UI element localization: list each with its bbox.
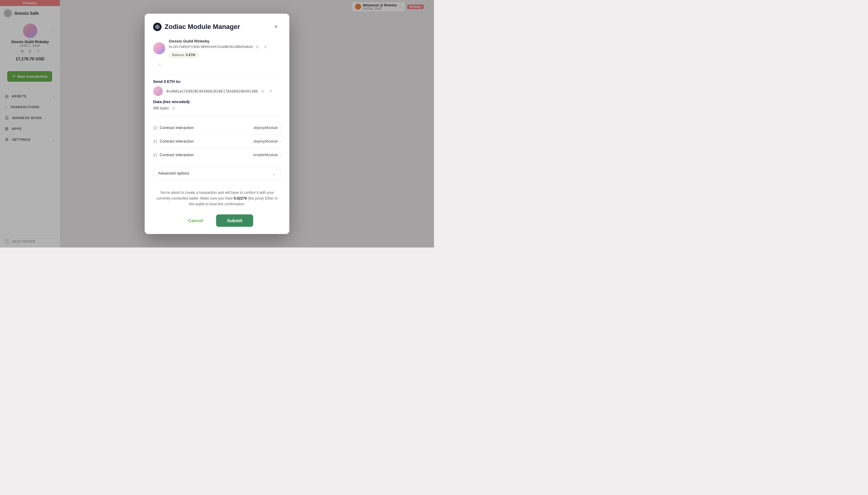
- contract-code-icon-0: ⟨/⟩: [153, 125, 157, 130]
- contract-right-1: deployModule ›: [254, 139, 281, 143]
- modal-header: Zodiac Module Manager ×: [153, 22, 281, 32]
- from-avatar: [153, 42, 165, 54]
- modal-title: Zodiac Module Manager: [164, 23, 240, 31]
- advanced-options-section: Advanced options ⌄: [153, 166, 281, 180]
- contract-action-2: enableModule: [253, 153, 278, 157]
- balance-label: Balance:: [172, 53, 185, 57]
- send-label: Send 0 ETH to:: [153, 79, 281, 84]
- modal-title-icon: [153, 23, 161, 31]
- from-info: Gnosis Guild Rinkeby 0x1017bB92F3368c9B9…: [169, 39, 281, 58]
- contract-right-0: deployModule ›: [254, 125, 281, 130]
- contract-row-0[interactable]: ⟨/⟩ Contract interaction deployModule ›: [153, 121, 281, 135]
- contract-row-1[interactable]: ⟨/⟩ Contract interaction deployModule ›: [153, 135, 281, 148]
- contract-left-2: ⟨/⟩ Contract interaction: [153, 153, 194, 157]
- contract-row-2[interactable]: ⟨/⟩ Contract interaction enableModule ›: [153, 148, 281, 161]
- section-divider: [153, 74, 281, 74]
- to-section: 0x40A2aCCbd92BCA938b02010E17A5b8929b4913…: [153, 86, 281, 96]
- from-address-row: 0x1017bB92F3368c9B99544531dd0D36CbB0A5AA…: [169, 44, 281, 50]
- advanced-options-toggle[interactable]: Advanced options ⌄: [153, 167, 281, 180]
- contract-chevron-2: ›: [280, 153, 281, 157]
- contract-label-1: Contract interaction: [160, 139, 194, 143]
- submit-button[interactable]: Submit: [216, 214, 253, 227]
- zodiac-modal: Zodiac Module Manager × Gnosis Guild Rin…: [145, 14, 289, 234]
- from-name: Gnosis Guild Rinkeby: [169, 39, 281, 44]
- contract-code-icon-1: ⟨/⟩: [153, 139, 157, 144]
- down-arrow-icon: ↓: [158, 62, 161, 67]
- balance-badge: Balance: 5 ETH: [169, 52, 198, 58]
- external-to-address-button[interactable]: ↗: [267, 88, 273, 95]
- advanced-options-chevron: ⌄: [272, 171, 276, 176]
- contract-code-icon-2: ⟨/⟩: [153, 153, 157, 157]
- modal-close-button[interactable]: ×: [271, 22, 281, 32]
- info-text: You're about to create a transaction and…: [153, 185, 281, 212]
- contract-chevron-0: ›: [280, 126, 281, 130]
- copy-from-address-button[interactable]: ⎘: [254, 44, 260, 50]
- data-value: 996 bytes: [153, 106, 169, 110]
- contract-left-1: ⟨/⟩ Contract interaction: [153, 139, 194, 144]
- to-address: 0x40A2aCCbd92BCA938b02010E17A5b8929b4913…: [167, 89, 258, 93]
- contract-label-0: Contract interaction: [160, 125, 194, 130]
- contract-action-0: deployModule: [254, 125, 278, 130]
- from-address: 0x1017bB92F3368c9B99544531dd0D36CbB0A5AA…: [169, 45, 253, 49]
- send-section: Send 0 ETH to: 0x40A2aCCbd92BCA938b02010…: [153, 79, 281, 96]
- contract-right-2: enableModule ›: [253, 153, 281, 157]
- cancel-button[interactable]: Cancel: [181, 215, 210, 226]
- fee-amount: 0.02276: [234, 196, 247, 201]
- data-value-row: 996 bytes ⎘: [153, 105, 281, 111]
- data-label: Data (hex encoded):: [153, 100, 281, 104]
- copy-data-button[interactable]: ⎘: [171, 105, 177, 111]
- modal-title-row: Zodiac Module Manager: [153, 23, 240, 31]
- arrow-divider: ↓: [153, 59, 281, 69]
- contract-divider: [153, 116, 281, 116]
- svg-point-3: [157, 26, 158, 28]
- action-buttons: Cancel Submit: [153, 214, 281, 227]
- advanced-options-label: Advanced options: [158, 171, 189, 175]
- to-address-display-row: 0x40A2aCCbd92BCA938b02010E17A5b8929b4913…: [167, 88, 281, 95]
- copy-to-address-button[interactable]: ⎘: [260, 88, 265, 95]
- contract-action-1: deployModule: [254, 139, 278, 143]
- balance-value: 5 ETH: [186, 53, 195, 57]
- data-section: Data (hex encoded): 996 bytes ⎘: [153, 100, 281, 111]
- to-avatar: [153, 86, 163, 96]
- from-section: Gnosis Guild Rinkeby 0x1017bB92F3368c9B9…: [153, 39, 281, 58]
- contract-left-0: ⟨/⟩ Contract interaction: [153, 125, 194, 130]
- external-from-address-button[interactable]: ↗: [262, 44, 268, 50]
- contract-label-2: Contract interaction: [160, 153, 194, 157]
- contract-rows: ⟨/⟩ Contract interaction deployModule › …: [153, 121, 281, 161]
- contract-chevron-1: ›: [280, 139, 281, 143]
- to-address-row: 0x40A2aCCbd92BCA938b02010E17A5b8929b4913…: [167, 88, 281, 95]
